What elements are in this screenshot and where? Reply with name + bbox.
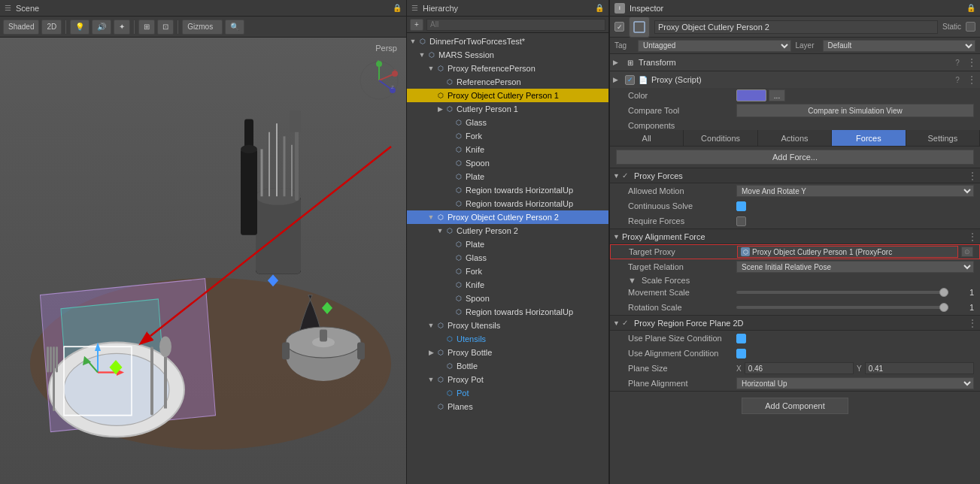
proxy-script-header[interactable]: ▶ 📄 Proxy (Script) ? ⋮ bbox=[610, 71, 980, 88]
tree-item-plate-1[interactable]: ⬡ Plate bbox=[407, 170, 608, 183]
tab-conditions[interactable]: Conditions bbox=[684, 130, 757, 146]
tab-settings[interactable]: Settings bbox=[906, 130, 980, 146]
require-forces-checkbox[interactable] bbox=[736, 216, 746, 226]
proxy-forces-menu-btn[interactable]: ⋮ bbox=[968, 171, 977, 181]
plane-alignment-select[interactable]: Horizontal Up bbox=[736, 377, 974, 389]
use-alignment-checkbox[interactable] bbox=[736, 349, 746, 358]
region-menu-btn[interactable]: ⋮ bbox=[968, 318, 977, 328]
target-relation-select[interactable]: Scene Initial Relative Pose bbox=[736, 261, 974, 273]
transform-help-btn[interactable]: ? bbox=[952, 57, 963, 68]
light-btn[interactable]: 💡 bbox=[70, 20, 90, 35]
movement-scale-slider[interactable] bbox=[736, 291, 948, 294]
obj-enabled-checkbox[interactable] bbox=[614, 22, 624, 32]
require-forces-label: Require Forces bbox=[628, 216, 733, 225]
proxy-alignment-section: ▼ Proxy Alignment Force ⋮ Target Proxy ⬡… bbox=[610, 229, 980, 316]
transform-header[interactable]: ▶ ⊞ Transform ? ⋮ bbox=[610, 54, 980, 71]
tree-item-knife-1[interactable]: ⬡ Knife bbox=[407, 143, 608, 156]
continuous-solve-checkbox[interactable] bbox=[736, 201, 746, 211]
region-2-icon: ⬡ bbox=[454, 198, 464, 209]
fx-btn[interactable]: ✦ bbox=[114, 20, 130, 35]
2d-btn[interactable]: 2D bbox=[41, 20, 62, 35]
shaded-btn[interactable]: Shaded bbox=[3, 20, 39, 35]
scene-lock-icon[interactable]: 🔒 bbox=[393, 4, 402, 12]
tree-item-spoon-1[interactable]: ⬡ Spoon bbox=[407, 156, 608, 170]
hierarchy-lock-icon[interactable]: 🔒 bbox=[595, 4, 604, 12]
hierarchy-search-input[interactable] bbox=[426, 19, 605, 31]
transform-btn[interactable]: ⊞ bbox=[138, 20, 155, 35]
proxy-help-btn[interactable]: ? bbox=[952, 74, 963, 85]
tree-item-region-1[interactable]: ⬡ Region towards HorizontalUp bbox=[407, 183, 608, 197]
target-proxy-select-btn[interactable]: ⊙ bbox=[961, 247, 973, 257]
tree-item-pot[interactable]: ⬡ Pot bbox=[407, 386, 608, 400]
tree-item-knife-2[interactable]: ⬡ Knife bbox=[407, 278, 608, 292]
tree-item-utensils[interactable]: ⬡ Utensils bbox=[407, 332, 608, 346]
proxy-region-header[interactable]: ▼ ✓ Proxy Region Force Plane 2D ⋮ bbox=[610, 316, 980, 331]
tree-item-ref-person[interactable]: ⬡ ReferencePerson bbox=[407, 75, 608, 89]
tree-item-root[interactable]: ▼ ⬡ DinnerForTwoForcesTest* bbox=[407, 35, 608, 48]
plane-x-label: X bbox=[736, 365, 742, 373]
fork-2-label: Fork bbox=[466, 267, 482, 276]
obj-name-input[interactable] bbox=[654, 20, 938, 34]
proxy-script-icon: 📄 bbox=[638, 74, 648, 85]
transform-menu-btn[interactable]: ⋮ bbox=[966, 57, 977, 68]
proxy-forces-header[interactable]: ▼ ✓ Proxy Forces ⋮ bbox=[610, 168, 980, 183]
tree-item-proxy-bottle[interactable]: ▶ ⬡ Proxy Bottle bbox=[407, 346, 608, 359]
region-2-label: Region towards HorizontalUp bbox=[466, 199, 573, 208]
hierarchy-title: Hierarchy bbox=[423, 4, 458, 13]
tab-all[interactable]: All bbox=[610, 130, 684, 146]
tree-item-mars-session[interactable]: ▼ ⬡ MARS Session bbox=[407, 48, 608, 62]
tab-forces[interactable]: Forces bbox=[832, 130, 906, 146]
tree-item-proxy-utensils[interactable]: ▼ ⬡ Proxy Utensils bbox=[407, 319, 608, 332]
proxy-menu-btn[interactable]: ⋮ bbox=[966, 74, 977, 85]
color-edit-btn[interactable]: ... bbox=[769, 89, 785, 101]
tab-actions[interactable]: Actions bbox=[758, 130, 832, 146]
tree-item-plate-2[interactable]: ⬡ Plate bbox=[407, 237, 608, 251]
compare-tool-label: Compare Tool bbox=[628, 106, 733, 115]
gizmos-btn[interactable]: Gizmos bbox=[182, 20, 223, 35]
use-plane-size-checkbox[interactable] bbox=[736, 334, 746, 343]
color-row: Color ... bbox=[610, 88, 980, 103]
proxy-cutlery-2-icon: ⬡ bbox=[435, 212, 446, 222]
proxy-alignment-header[interactable]: ▼ Proxy Alignment Force ⋮ bbox=[610, 229, 980, 244]
tree-item-cutlery-1[interactable]: ▶ ⬡ Cutlery Person 1 bbox=[407, 102, 608, 116]
rotation-scale-slider[interactable] bbox=[736, 306, 948, 309]
add-force-btn[interactable]: Add Force... bbox=[616, 150, 974, 165]
compare-btn[interactable]: Compare in Simulation View bbox=[736, 104, 974, 117]
tree-item-cutlery-2[interactable]: ▼ ⬡ Cutlery Person 2 bbox=[407, 224, 608, 237]
glass-2-label: Glass bbox=[466, 253, 487, 262]
inspector-lock-icon[interactable]: 🔒 bbox=[966, 4, 975, 12]
alignment-menu-btn[interactable]: ⋮ bbox=[968, 231, 977, 242]
plane-size-y-input[interactable] bbox=[865, 362, 974, 374]
static-checkbox[interactable] bbox=[966, 22, 975, 32]
search-btn[interactable]: 🔍 bbox=[225, 20, 244, 35]
add-component-btn[interactable]: Add Component bbox=[742, 398, 848, 414]
layer-select[interactable]: Default bbox=[823, 40, 976, 52]
tree-item-proxy-pot[interactable]: ▼ ⬡ Proxy Pot bbox=[407, 373, 608, 386]
proxy-bottle-icon: ⬡ bbox=[435, 347, 446, 358]
tree-item-bottle[interactable]: ⬡ Bottle bbox=[407, 359, 608, 373]
proxy-check[interactable] bbox=[625, 75, 635, 85]
tree-item-proxy-cutlery-2[interactable]: ▼ ⬡ Proxy Object Cutlery Person 2 bbox=[407, 210, 608, 224]
tree-item-proxy-ref-person[interactable]: ▼ ⬡ Proxy ReferencePerson bbox=[407, 62, 608, 75]
tree-item-fork-1[interactable]: ⬡ Fork bbox=[407, 129, 608, 143]
tree-item-region-3[interactable]: ⬡ Region towards HorizontalUp bbox=[407, 305, 608, 319]
svg-rect-31 bbox=[256, 196, 301, 274]
svg-rect-56 bbox=[634, 22, 645, 32]
tag-select[interactable]: Untagged bbox=[638, 40, 791, 52]
audio-btn[interactable]: 🔊 bbox=[92, 20, 111, 35]
plane-alignment-label: Plane Alignment bbox=[628, 379, 733, 388]
tree-item-spoon-2[interactable]: ⬡ Spoon bbox=[407, 292, 608, 305]
tree-item-planes[interactable]: ⬡ Planes bbox=[407, 400, 608, 413]
target-relation-label: Target Relation bbox=[628, 262, 733, 271]
pivot-btn[interactable]: ⊡ bbox=[157, 20, 174, 35]
plane-size-x-input[interactable] bbox=[745, 362, 854, 374]
allowed-motion-select[interactable]: Move And Rotate Y bbox=[736, 185, 974, 197]
color-swatch[interactable] bbox=[736, 89, 766, 101]
tree-item-region-2[interactable]: ⬡ Region towards HorizontalUp bbox=[407, 197, 608, 210]
tree-item-glass-2[interactable]: ⬡ Glass bbox=[407, 251, 608, 265]
tree-item-fork-2[interactable]: ⬡ Fork bbox=[407, 265, 608, 278]
hierarchy-add-btn[interactable]: + bbox=[410, 19, 423, 31]
tree-item-proxy-cutlery-1[interactable]: ⬡ Proxy Object Cutlery Person 1 bbox=[407, 89, 608, 102]
rotation-scale-value: 1 bbox=[951, 303, 974, 312]
tree-item-glass-1[interactable]: ⬡ Glass bbox=[407, 116, 608, 129]
